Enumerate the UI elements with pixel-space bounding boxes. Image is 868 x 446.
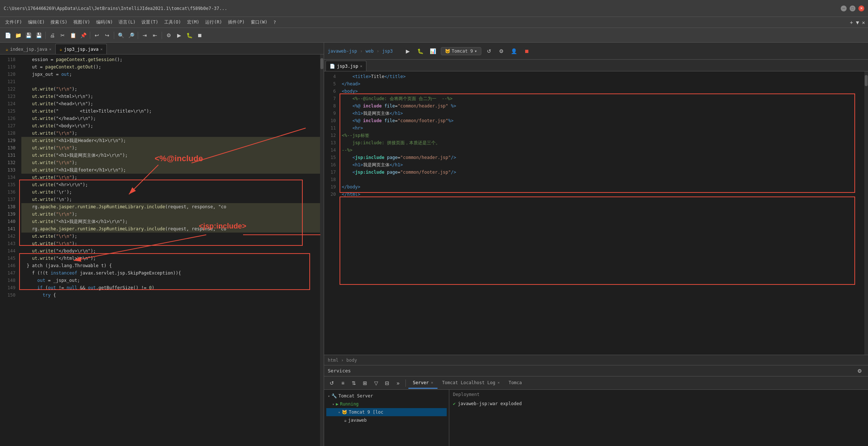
menu-settings[interactable]: 设置(T) xyxy=(139,18,161,26)
jsp-code-content[interactable]: <title>Title</title></head><body> <%--@i… xyxy=(339,71,864,355)
tomcat-icon: 🐱 xyxy=(445,49,450,54)
menu-plugin[interactable]: 插件(P) xyxy=(226,18,247,26)
menu-view[interactable]: 视图(V) xyxy=(71,18,92,26)
sep3 xyxy=(114,32,114,39)
undo-btn[interactable]: ↩ xyxy=(92,31,102,40)
sep4 xyxy=(138,32,138,39)
right-refresh-btn[interactable]: ↺ xyxy=(484,46,494,56)
tab-jsp3-file-label: jsp3.jsp xyxy=(337,64,358,69)
search-btn[interactable]: 🔎 xyxy=(126,31,136,40)
deployment-item-1: ✔ javaweb-jsp:war exploded xyxy=(453,400,864,407)
tab-index-jsp[interactable]: ☕ index_jsp.java ✕ xyxy=(1,44,55,54)
redo-btn[interactable]: ↪ xyxy=(102,31,112,40)
deployment-panel: Deployment ✔ javaweb-jsp:war exploded xyxy=(449,390,868,446)
tree-item-running[interactable]: ▾ ▶ Running xyxy=(326,400,447,408)
bottom-breadcrumb: html › body xyxy=(324,355,868,365)
services-list-btn[interactable]: ≡ xyxy=(338,378,348,388)
window-title: C:\Users\1764466269\AppData\Local\JetBra… xyxy=(4,6,227,11)
unindent-btn[interactable]: ⇤ xyxy=(150,31,160,40)
services-grid-btn[interactable]: ⊞ xyxy=(360,378,370,388)
services-tab-server-close[interactable]: ✕ xyxy=(431,380,433,385)
right-profile-btn[interactable]: 👤 xyxy=(509,46,519,56)
tree-icon-server: 🔧 xyxy=(331,393,337,399)
services-filter-btn[interactable]: ▽ xyxy=(371,378,381,388)
services-tree: ▾ 🔧 Tomcat Server ▾ ▶ Running ▾ 🐱 Tomcat… xyxy=(324,390,449,446)
print-btn[interactable]: 🖨 xyxy=(48,31,57,40)
maximize-button[interactable]: □ xyxy=(850,6,855,11)
tab-jsp3-right-close[interactable]: ✕ xyxy=(360,64,362,68)
close-button[interactable]: ✕ xyxy=(858,6,864,11)
tree-item-javaweb[interactable]: ☕ javaweb xyxy=(326,416,447,424)
scrollbar-left[interactable] xyxy=(320,54,324,446)
tomcat-select[interactable]: 🐱 Tomcat 9 ▾ xyxy=(441,47,481,55)
right-settings-btn[interactable]: ⚙ xyxy=(497,46,506,56)
menu-run[interactable]: 运行(R) xyxy=(203,18,224,26)
minimize-button[interactable]: ─ xyxy=(841,6,847,11)
menu-tools[interactable]: 工具(O) xyxy=(162,18,183,26)
tab-jsp3-close[interactable]: ✕ xyxy=(101,47,103,51)
toolbar: 📄 📁 💾 💾 🖨 ✂ 📋 📌 ↩ ↪ 🔍 🔎 ⇥ ⇤ ⚙ ▶ 🐛 ⏹ xyxy=(0,28,868,43)
indent-btn[interactable]: ⇥ xyxy=(140,31,150,40)
copy-btn[interactable]: 📋 xyxy=(68,31,78,40)
right-top-bar: javaweb-jsp › web › jsp3 ▶ 🐛 📊 🐱 Tomcat … xyxy=(324,43,868,60)
sep1 xyxy=(45,32,46,39)
services-tab-log[interactable]: Tomcat Localhost Log ✕ xyxy=(437,378,504,389)
run-btn[interactable]: ▶ xyxy=(174,31,184,40)
services-content: ▾ 🔧 Tomcat Server ▾ ▶ Running ▾ 🐱 Tomcat… xyxy=(324,390,868,446)
cut-btn[interactable]: ✂ xyxy=(58,31,67,40)
menu-macro[interactable]: 宏(M) xyxy=(185,18,202,26)
left-panel: ☕ index_jsp.java ✕ ☕ jsp3_jsp.java ✕ 118… xyxy=(0,43,324,446)
tab-index-close[interactable]: ✕ xyxy=(49,47,51,51)
tree-item-tomcat-server[interactable]: ▾ 🔧 Tomcat Server xyxy=(326,392,447,400)
window-controls: ─ □ ✕ xyxy=(841,6,864,11)
save-all-btn[interactable]: 💾 xyxy=(34,31,43,40)
new-file-btn[interactable]: + xyxy=(850,20,853,25)
breadcrumb-sep2: › xyxy=(376,49,379,54)
menu-search[interactable]: 搜索(S) xyxy=(48,18,70,26)
right-coverage-icon[interactable]: 📊 xyxy=(428,46,438,56)
right-tab-bar: 📄 jsp3.jsp ✕ xyxy=(324,60,868,71)
deploy-item-label: javaweb-jsp:war exploded xyxy=(458,401,521,406)
options-btn[interactable]: ▼ xyxy=(856,20,859,25)
search-replace-btn[interactable]: 🔍 xyxy=(116,31,126,40)
menu-window[interactable]: 窗口(W) xyxy=(249,18,270,26)
paste-btn[interactable]: 📌 xyxy=(78,31,88,40)
sep5 xyxy=(162,32,162,39)
services-title: Services xyxy=(328,368,351,374)
tree-icon-running: ▶ xyxy=(336,401,338,407)
code-content-left[interactable]: ession = pageContext.getSession(); ut = … xyxy=(18,54,320,446)
menu-lang[interactable]: 语言(L) xyxy=(116,18,138,26)
services-tab-log-close[interactable]: ✕ xyxy=(498,380,500,385)
close-all-btn[interactable]: ✕ xyxy=(862,20,865,25)
services-refresh-btn[interactable]: ↺ xyxy=(327,378,337,388)
open-btn[interactable]: 📁 xyxy=(13,31,23,40)
tab-jsp3-right[interactable]: 📄 jsp3.jsp ✕ xyxy=(326,61,366,71)
services-settings-btn[interactable]: ⚙ xyxy=(855,366,864,376)
new-btn[interactable]: 📄 xyxy=(3,31,13,40)
format-btn[interactable]: ⚙ xyxy=(164,31,173,40)
left-tab-bar: ☕ index_jsp.java ✕ ☕ jsp3_jsp.java ✕ xyxy=(0,43,324,54)
menu-encoding[interactable]: 编码(N) xyxy=(94,18,115,26)
deploy-check-icon: ✔ xyxy=(453,401,456,406)
services-tab-tomca[interactable]: Tomca xyxy=(504,378,526,389)
debug-btn[interactable]: 🐛 xyxy=(185,31,194,40)
menu-file[interactable]: 文件(F) xyxy=(3,18,24,26)
left-editor-wrapper: 1181191201211221231241251261271281291301… xyxy=(0,54,324,446)
right-stop-btn[interactable]: ⏹ xyxy=(522,46,531,56)
save-btn[interactable]: 💾 xyxy=(24,31,33,40)
right-panel: javaweb-jsp › web › jsp3 ▶ 🐛 📊 🐱 Tomcat … xyxy=(324,43,868,446)
tree-item-tomcat9[interactable]: ▾ 🐱 Tomcat 9 [loc xyxy=(326,408,447,416)
services-more-btn[interactable]: » xyxy=(393,378,403,388)
right-debug-icon[interactable]: 🐛 xyxy=(416,46,425,56)
services-toolbar: ↺ ≡ ⇅ ⊞ ▽ ⊟ » Server ✕ Tomcat Localhost … xyxy=(324,376,868,390)
services-sort-btn[interactable]: ⇅ xyxy=(349,378,359,388)
scrollbar-right[interactable] xyxy=(864,71,868,355)
services-tab-server[interactable]: Server ✕ xyxy=(408,378,437,389)
right-run-icon[interactable]: ▶ xyxy=(403,46,413,56)
menu-help[interactable]: ? xyxy=(271,19,278,26)
menu-edit[interactable]: 编辑(E) xyxy=(26,18,47,26)
services-collapse-btn[interactable]: ⊟ xyxy=(382,378,392,388)
stop-btn[interactable]: ⏹ xyxy=(195,31,204,40)
deployment-title: Deployment xyxy=(453,392,479,397)
tab-jsp3[interactable]: ☕ jsp3_jsp.java ✕ xyxy=(55,44,106,54)
